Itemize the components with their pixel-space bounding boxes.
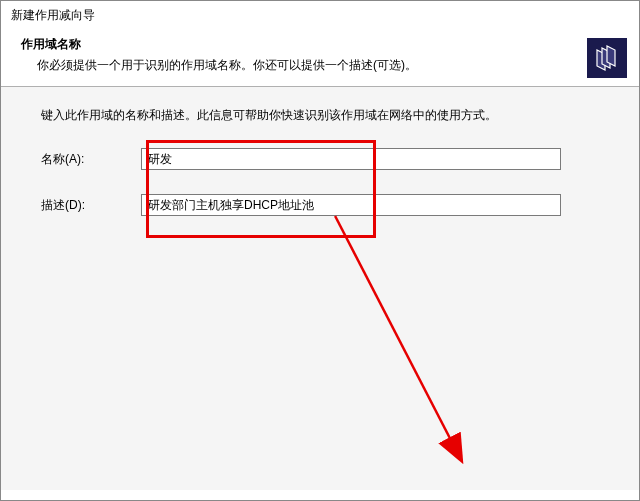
- scope-wizard-icon: [587, 38, 627, 78]
- header-subtitle: 你必须提供一个用于识别的作用域名称。你还可以提供一个描述(可选)。: [37, 57, 629, 74]
- description-row: 描述(D):: [31, 194, 609, 216]
- header-title: 作用域名称: [21, 36, 629, 53]
- name-row: 名称(A):: [31, 148, 609, 170]
- description-input[interactable]: [141, 194, 561, 216]
- instruction-text: 键入此作用域的名称和描述。此信息可帮助你快速识别该作用域在网络中的使用方式。: [41, 107, 609, 124]
- wizard-content: 键入此作用域的名称和描述。此信息可帮助你快速识别该作用域在网络中的使用方式。 名…: [1, 87, 639, 490]
- wizard-header: 作用域名称 你必须提供一个用于识别的作用域名称。你还可以提供一个描述(可选)。: [1, 30, 639, 87]
- svg-line-1: [335, 216, 461, 460]
- name-label: 名称(A):: [41, 151, 141, 168]
- wizard-window: 新建作用减向导 作用域名称 你必须提供一个用于识别的作用域名称。你还可以提供一个…: [0, 0, 640, 501]
- name-input[interactable]: [141, 148, 561, 170]
- description-label: 描述(D):: [41, 197, 141, 214]
- form-container: 名称(A): 描述(D):: [31, 148, 609, 216]
- window-title: 新建作用减向导: [1, 1, 639, 30]
